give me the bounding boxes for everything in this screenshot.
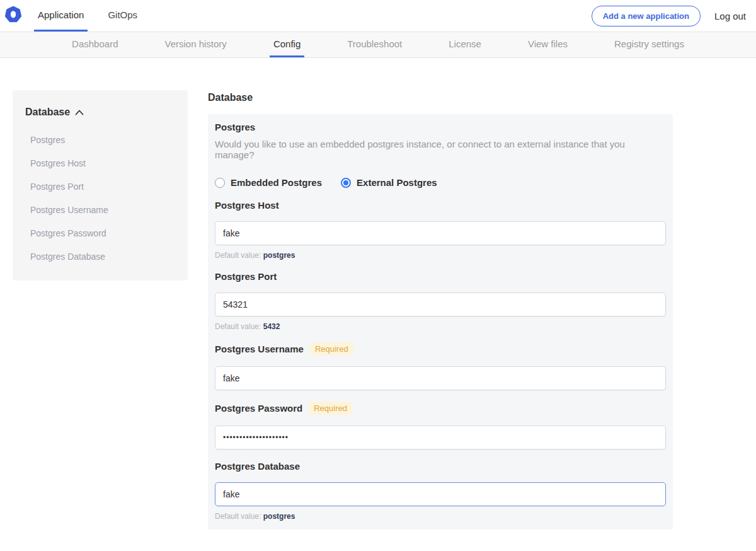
sidebar-item-postgres[interactable]: Postgres bbox=[30, 135, 175, 145]
tab-config[interactable]: Config bbox=[270, 32, 304, 57]
config-group-card: Postgres Would you like to use an embedd… bbox=[208, 114, 673, 530]
config-page: Database Postgres Postgres Host Postgres… bbox=[0, 58, 756, 551]
subnav-tabs: Dashboard Version history Config Trouble… bbox=[68, 32, 688, 57]
sidebar-group-database[interactable]: Database bbox=[25, 107, 175, 118]
app-subnav: Dashboard Version history Config Trouble… bbox=[0, 32, 756, 58]
tab-version-history[interactable]: Version history bbox=[161, 32, 230, 57]
postgres-port-input[interactable] bbox=[215, 293, 666, 316]
postgres-port-default: Default value: 5432 bbox=[215, 322, 666, 331]
tab-registry-settings[interactable]: Registry settings bbox=[610, 32, 688, 57]
postgres-username-required-badge: Required bbox=[310, 342, 353, 356]
radio-embedded-postgres-label: Embedded Postgres bbox=[231, 177, 322, 188]
config-section-title: Database bbox=[208, 92, 673, 103]
radio-embedded-postgres-circle[interactable] bbox=[215, 178, 225, 188]
postgres-port-label: Postgres Port bbox=[215, 271, 277, 282]
app-logo-icon bbox=[5, 6, 21, 25]
radio-external-postgres[interactable]: External Postgres bbox=[341, 177, 437, 188]
tab-application[interactable]: Application bbox=[34, 0, 88, 32]
tab-license[interactable]: License bbox=[445, 32, 485, 57]
config-sidebar: Database Postgres Postgres Host Postgres… bbox=[13, 90, 188, 281]
postgres-host-input[interactable] bbox=[215, 221, 666, 245]
sidebar-item-postgres-password[interactable]: Postgres Password bbox=[30, 228, 175, 238]
field-postgres-password: Postgres Password Required bbox=[215, 402, 666, 450]
top-tabs: Application GitOps bbox=[34, 0, 158, 32]
postgres-password-input[interactable] bbox=[215, 426, 666, 450]
config-group-description: Would you like to use an embedded postgr… bbox=[215, 139, 666, 160]
tab-view-files[interactable]: View files bbox=[524, 32, 571, 57]
postgres-type-radio-group: Embedded Postgres External Postgres bbox=[215, 177, 666, 188]
postgres-host-label: Postgres Host bbox=[215, 200, 279, 211]
radio-embedded-postgres[interactable]: Embedded Postgres bbox=[215, 177, 322, 188]
sidebar-item-postgres-port[interactable]: Postgres Port bbox=[30, 182, 175, 192]
postgres-username-input[interactable] bbox=[215, 366, 666, 390]
postgres-username-label: Postgres Username bbox=[215, 344, 304, 354]
tab-dashboard[interactable]: Dashboard bbox=[68, 32, 122, 57]
config-group-title: Postgres bbox=[215, 122, 666, 132]
postgres-database-default: Default value: postgres bbox=[215, 512, 666, 521]
logout-link[interactable]: Log out bbox=[714, 11, 746, 21]
postgres-host-default: Default value: postgres bbox=[215, 251, 666, 260]
field-postgres-username: Postgres Username Required bbox=[215, 342, 666, 390]
app-logo[interactable] bbox=[5, 0, 34, 32]
top-nav-right: Add a new application Log out bbox=[592, 0, 756, 32]
sidebar-item-postgres-host[interactable]: Postgres Host bbox=[30, 158, 175, 168]
postgres-database-label: Postgres Database bbox=[215, 461, 300, 472]
sidebar-group-database-label: Database bbox=[25, 107, 70, 118]
sidebar-item-postgres-username[interactable]: Postgres Username bbox=[30, 205, 175, 215]
radio-external-postgres-label: External Postgres bbox=[357, 177, 437, 188]
postgres-password-label: Postgres Password bbox=[215, 403, 302, 414]
chevron-up-icon bbox=[75, 110, 84, 115]
postgres-database-input[interactable] bbox=[215, 482, 666, 506]
postgres-password-required-badge: Required bbox=[309, 402, 352, 415]
tab-gitops[interactable]: GitOps bbox=[104, 0, 141, 32]
field-postgres-port: Postgres Port Default value: 5432 bbox=[215, 271, 666, 331]
config-main: Database Postgres Would you like to use … bbox=[208, 90, 673, 551]
field-postgres-host: Postgres Host Default value: postgres bbox=[215, 200, 666, 260]
top-nav: Application GitOps Add a new application… bbox=[0, 0, 756, 32]
radio-external-postgres-circle[interactable] bbox=[341, 178, 351, 188]
add-new-application-button[interactable]: Add a new application bbox=[592, 6, 701, 26]
tab-troubleshoot[interactable]: Troubleshoot bbox=[343, 32, 406, 57]
field-postgres-database: Postgres Database Default value: postgre… bbox=[215, 461, 666, 521]
sidebar-item-postgres-database[interactable]: Postgres Database bbox=[30, 252, 175, 262]
